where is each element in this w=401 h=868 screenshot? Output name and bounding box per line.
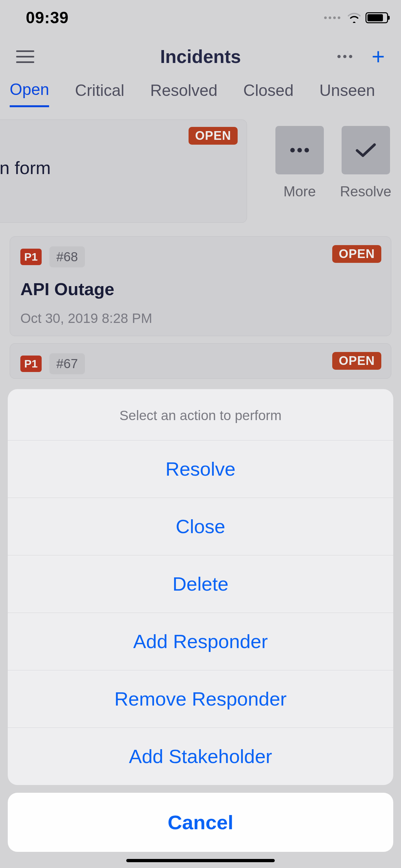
incident-card[interactable]: P1 #67 OPEN (10, 343, 391, 379)
nav-header: Incidents + (0, 35, 401, 78)
check-icon (354, 142, 377, 159)
priority-badge: P1 (20, 249, 42, 265)
more-label: More (283, 183, 316, 199)
status-indicators (324, 12, 388, 23)
priority-badge: P1 (20, 355, 42, 372)
incident-id: #67 (50, 353, 85, 374)
status-time: 09:39 (26, 8, 69, 27)
tab-critical[interactable]: Critical (75, 81, 124, 106)
status-bar: 09:39 (0, 0, 401, 35)
action-close[interactable]: Close (8, 498, 393, 555)
swipe-action-resolve[interactable]: Resolve (340, 126, 391, 199)
ellipsis-icon (290, 148, 309, 152)
tab-unseen[interactable]: Unseen (319, 81, 375, 106)
add-icon[interactable]: + (372, 45, 385, 68)
more-button[interactable] (275, 126, 324, 175)
status-badge: OPEN (189, 127, 238, 145)
incident-card[interactable]: P1 #68 OPEN API Outage Oct 30, 2019 8:28… (10, 237, 391, 336)
tab-open[interactable]: Open (10, 80, 49, 107)
resolve-button[interactable] (342, 126, 390, 175)
action-resolve[interactable]: Resolve (8, 440, 393, 498)
swipe-action-more[interactable]: More (275, 126, 324, 199)
tab-closed[interactable]: Closed (243, 81, 294, 106)
action-sheet-title: Select an action to perform (8, 389, 393, 440)
page-title: Incidents (160, 46, 241, 67)
tab-resolved[interactable]: Resolved (150, 81, 217, 106)
incident-title: ates - Login form (0, 157, 235, 178)
action-add-responder[interactable]: Add Responder (8, 613, 393, 671)
incident-title: API Outage (20, 279, 381, 299)
incident-card-swiped[interactable]: OPEN ates - Login form (0, 120, 247, 223)
battery-icon (366, 12, 388, 23)
status-badge: OPEN (332, 245, 381, 263)
status-badge: OPEN (332, 352, 381, 370)
menu-icon[interactable] (16, 51, 34, 63)
home-indicator[interactable] (126, 859, 275, 862)
action-delete[interactable]: Delete (8, 555, 393, 613)
tabs: Open Critical Resolved Closed Unseen (0, 78, 401, 110)
resolve-label: Resolve (340, 183, 391, 199)
cancel-button[interactable]: Cancel (8, 793, 393, 852)
action-sheet: Select an action to perform Resolve Clos… (0, 389, 401, 868)
incident-id: #68 (50, 246, 85, 268)
wifi-icon (347, 12, 361, 23)
action-add-stakeholder[interactable]: Add Stakeholder (8, 728, 393, 785)
more-options-icon[interactable] (337, 55, 352, 58)
swiped-incident-row: OPEN ates - Login form More Resolve (0, 120, 401, 229)
incident-timestamp: Oct 30, 2019 8:28 PM (20, 311, 381, 326)
action-remove-responder[interactable]: Remove Responder (8, 671, 393, 728)
cellular-dots-icon (324, 17, 340, 19)
